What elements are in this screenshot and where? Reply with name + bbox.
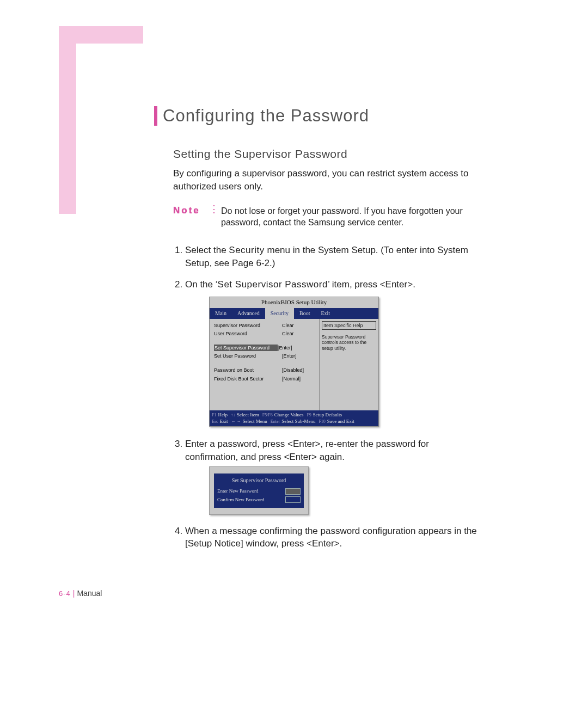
step-2-keyword: Set Supervisor Password <box>218 279 328 290</box>
bios-key-f10: F10 <box>318 419 327 424</box>
intro-text: By configuring a supervisor password, yo… <box>173 167 478 193</box>
bios-tab-advanced: Advanced <box>232 308 265 319</box>
bios-row-set-sup: Set Supervisor Password <box>214 345 278 352</box>
bios-foot-chg: Change Values <box>274 412 304 417</box>
bios-foot-selmenu: Select Menu <box>243 419 267 424</box>
bios-row-pw-boot: Password on Boot <box>214 367 282 374</box>
bios-key-f9: F9 <box>307 413 313 417</box>
bios-tab-boot: Boot <box>294 308 315 319</box>
bios-key-lr: ← → <box>231 419 243 424</box>
bios-val-usr-pw: Clear <box>282 330 294 337</box>
pwdlg-enter-box <box>285 488 301 495</box>
pwdlg-enter-label: Enter New Password <box>217 488 285 495</box>
bios-val-set-usr: [Enter] <box>282 353 297 360</box>
decoration-horizontal-bar <box>59 26 143 44</box>
step-1-keyword: Security <box>229 245 264 255</box>
section-subtitle: Setting the Supervisor Password <box>173 147 478 161</box>
bios-row-set-usr: Set User Password <box>214 353 282 360</box>
step-4: When a message confirming the password c… <box>185 525 478 551</box>
bios-foot-help: Help <box>218 412 228 417</box>
bios-val-set-sup: [Enter] <box>278 345 292 352</box>
step-1-text-a: Select the <box>185 245 229 255</box>
bios-row-fdbs: Fixed Disk Boot Sector <box>214 376 282 383</box>
bios-help-title: Item Specific Help <box>322 321 376 330</box>
bios-foot-selitem: Select Item <box>237 412 259 417</box>
note-label: Note <box>173 205 209 229</box>
step-4-text: When a message confirming the password c… <box>185 526 477 549</box>
pwdlg-title: Set Supervisor Password <box>217 477 301 484</box>
pwdlg-confirm-box <box>285 496 301 503</box>
step-2-text-c: ’ item, press <Enter>. <box>328 279 415 290</box>
note-text: Do not lose or forget your password. If … <box>219 205 478 229</box>
bios-key-f5f6: F5/F6 <box>262 413 274 417</box>
bios-screenshot: PhoenixBIOS Setup Utility Main Advanced … <box>209 297 379 427</box>
bios-help-panel: Item Specific Help Supervisor Password c… <box>319 319 378 410</box>
bios-key-enter: Enter <box>271 419 281 424</box>
bios-val-sup-pw: Clear <box>282 322 294 329</box>
bios-settings-panel: Supervisor PasswordClear User PasswordCl… <box>210 319 319 410</box>
decoration-vertical-bar <box>59 26 76 214</box>
bios-tab-exit: Exit <box>315 308 335 319</box>
bios-tab-security: Security <box>265 308 294 319</box>
bios-key-esc: Esc <box>212 419 220 424</box>
bios-foot-exit: Exit <box>220 419 228 424</box>
bios-key-updn: ↑↓ <box>231 413 237 417</box>
page-number: 6-4 <box>59 589 71 598</box>
bios-val-pw-boot: [Disabled] <box>282 367 304 374</box>
step-3: Enter a password, press <Enter>, re-ente… <box>185 438 478 515</box>
page-title: Configuring the Password <box>154 106 478 126</box>
bios-tab-main: Main <box>210 308 232 319</box>
bios-footer: F1Help ↑↓Select Item F5/F6Change Values … <box>210 410 378 426</box>
step-2: On the ‘Set Supervisor Password’ item, p… <box>185 278 478 426</box>
bios-val-fdbs: [Normal] <box>282 376 301 383</box>
bios-foot-save: Save and Exit <box>327 419 354 424</box>
note-dots-icon <box>209 205 219 229</box>
bios-help-text: Supervisor Password controls access to t… <box>322 334 376 351</box>
step-2-text-a: On the ‘ <box>185 279 218 290</box>
pwdlg-confirm-label: Confirm New Password <box>217 496 285 503</box>
password-dialog-screenshot: Set Supervisor Password Enter New Passwo… <box>209 466 309 514</box>
note-block: Note Do not lose or forget your password… <box>173 205 478 229</box>
bios-row-usr-pw: User Password <box>214 330 282 337</box>
bios-tabs: Main Advanced Security Boot Exit <box>210 308 378 319</box>
footer-label: Manual <box>77 589 102 598</box>
bios-row-sup-pw: Supervisor Password <box>214 322 282 329</box>
bios-key-f1: F1 <box>212 413 218 417</box>
page-footer: 6-4|Manual <box>59 589 102 598</box>
step-1: Select the Security menu in the System S… <box>185 244 478 270</box>
step-3-text: Enter a password, press <Enter>, re-ente… <box>185 439 429 462</box>
bios-foot-defs: Setup Defaults <box>313 412 342 417</box>
bios-foot-sub: Select Sub-Menu <box>281 419 315 424</box>
bios-utility-title: PhoenixBIOS Setup Utility <box>210 297 378 308</box>
steps-list: Select the Security menu in the System S… <box>173 244 478 550</box>
page-content: Configuring the Password Setting the Sup… <box>154 106 478 559</box>
